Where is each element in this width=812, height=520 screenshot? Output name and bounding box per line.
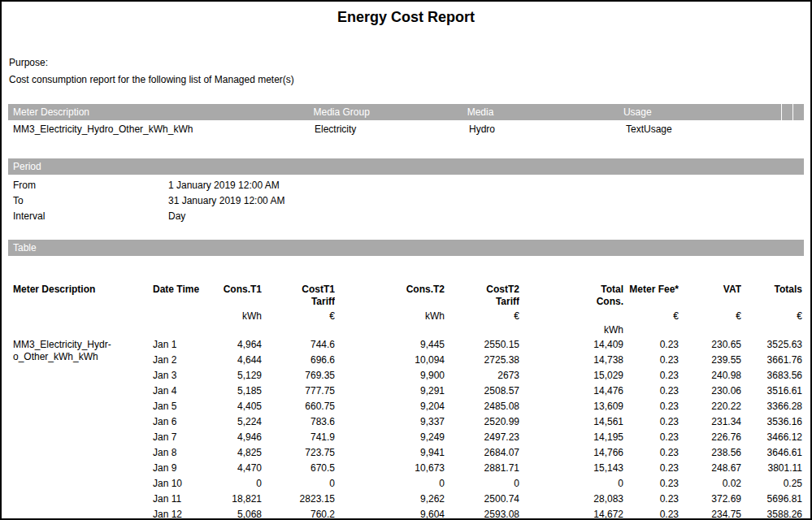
value-cell: 230.06 [679,384,741,399]
value-cell: 696.6 [262,353,335,368]
unit-row: kWh € kWh € € € € [8,310,802,323]
purpose-description: Cost consumption report for the followin… [9,74,810,86]
value-cell: 2673 [445,368,519,384]
date-time-cell: Jan 3 [146,368,209,384]
period-section-header: Period [8,158,804,175]
value-cell: 248.67 [679,461,741,476]
col-header-meter-description: Meter Description [8,282,146,310]
value-cell: 0.23 [623,492,679,507]
value-cell: 9,262 [335,492,445,507]
value-cell: 4,470 [209,461,262,476]
unit-total-cons: kWh [519,323,623,337]
value-cell: 5696.81 [741,492,802,507]
value-cell: 0 [519,476,623,492]
value-cell: 239.55 [679,353,741,368]
period-label: Interval [8,209,168,224]
date-time-cell: Jan 7 [146,430,209,445]
value-cell: 0 [445,476,519,492]
value-cell: 783.6 [262,414,335,430]
value-cell: 2500.74 [445,492,519,507]
meter-description-value: MM3_Electricity_Hydro_Other_kWh_kWh [8,120,315,136]
value-cell: 2520.99 [445,414,519,430]
period-rows: From 1 January 2019 12:00 AM To 31 Janua… [8,178,804,224]
media-value: Hydro [469,120,626,136]
value-cell: 744.6 [262,337,335,353]
period-section: Period From 1 January 2019 12:00 AM To 3… [2,158,810,224]
value-cell: 9,900 [335,368,445,384]
value-cell: 9,204 [335,399,445,414]
value-cell: 28,083 [519,492,623,507]
value-cell: 0.02 [679,476,741,492]
period-value: Day [168,209,804,224]
value-cell: 238.56 [679,445,741,461]
value-cell: 234.75 [679,507,741,520]
col-header-date-time: Date Time [146,282,209,310]
report-title: Energy Cost Report [2,2,810,26]
value-cell: 3366.28 [741,399,802,414]
value-cell: 2593.08 [445,507,519,520]
col-header-cons-t1: Cons.T1 [209,282,262,310]
value-cell: 0 [209,476,262,492]
value-cell: 5,224 [209,414,262,430]
value-cell: 760.2 [262,507,335,520]
value-cell: 14,766 [519,445,623,461]
meter-table-header-description: Meter Description [8,104,313,120]
period-value: 31 January 2019 12:00 AM [168,193,804,209]
value-cell: 9,291 [335,384,445,399]
value-cell: 14,672 [519,507,623,520]
value-cell: 670.5 [262,461,335,476]
value-cell: 5,185 [209,384,262,399]
date-time-cell: Jan 5 [146,399,209,414]
value-cell: 230.65 [679,337,741,353]
value-cell: 0.23 [623,445,679,461]
value-cell: 226.76 [679,430,741,445]
unit-vat: € [679,310,741,323]
value-cell: 723.75 [262,445,335,461]
period-row-interval: Interval Day [8,209,804,224]
date-time-cell: Jan 1 [146,337,209,353]
value-cell: 9,249 [335,430,445,445]
date-time-cell: Jan 4 [146,384,209,399]
col-header-total-cons: Total Cons. [519,282,623,310]
col-header-totals: Totals [741,282,802,310]
value-cell: 9,445 [335,337,445,353]
value-cell: 5,129 [209,368,262,384]
date-time-cell: Jan 11 [146,492,209,507]
value-cell: 2550.15 [445,337,519,353]
date-time-cell: Jan 2 [146,353,209,368]
col-header-cost-t2-tariff: CostT2 Tariff [445,282,519,310]
value-cell: 4,825 [209,445,262,461]
purpose-section: Purpose: Cost consumption report for the… [9,57,810,86]
value-cell: 9,941 [335,445,445,461]
value-cell: 220.22 [679,399,741,414]
value-cell: 2823.15 [262,492,335,507]
value-cell: 2485.08 [445,399,519,414]
value-cell: 3516.61 [741,384,802,399]
value-cell: 2497.23 [445,430,519,445]
value-cell: 9,337 [335,414,445,430]
value-cell: 372.69 [679,492,741,507]
col-header-cons-t2: Cons.T2 [335,282,445,310]
value-cell: 0.23 [623,353,679,368]
unit-cost-t2: € [445,310,519,323]
value-cell: 9,604 [335,507,445,520]
value-cell: 2508.57 [445,384,519,399]
value-cell: 777.75 [262,384,335,399]
value-cell: 0 [262,476,335,492]
report-table-body: MM3_Electricity_Hydr-o_Other_kWh_kWhJan … [8,337,802,520]
report-page: Energy Cost Report Purpose: Cost consump… [0,0,812,520]
period-row-from: From 1 January 2019 12:00 AM [8,178,804,193]
value-cell: 14,195 [519,430,623,445]
usage-value: TextUsage [626,120,784,136]
meter-table-header-usage: Usage [623,104,781,120]
value-cell: 4,964 [209,337,262,353]
value-cell: 3588.26 [741,507,802,520]
unit-cons-t1: kWh [209,310,262,323]
value-cell: 3646.61 [741,445,802,461]
table-section-header: Table [8,240,804,256]
header-separator-cell [781,104,792,120]
value-cell: 0.23 [623,430,679,445]
value-cell: 0.23 [623,399,679,414]
value-cell: 3683.56 [741,368,802,384]
value-cell: 15,029 [519,368,623,384]
